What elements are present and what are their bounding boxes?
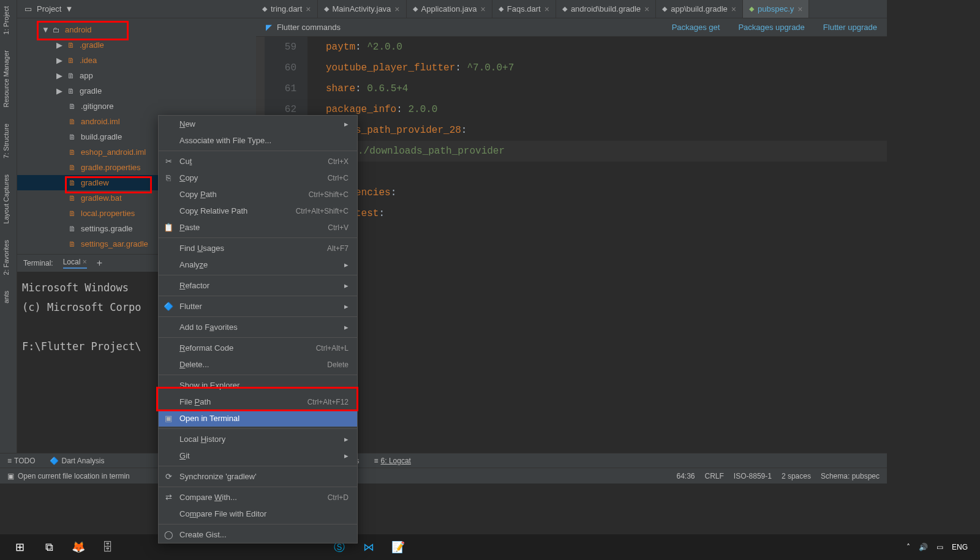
menu-item-icon: 🔷 bbox=[164, 302, 173, 311]
close-icon[interactable]: × bbox=[545, 4, 549, 14]
tool-variants[interactable]: ants bbox=[0, 285, 12, 310]
close-icon[interactable]: × bbox=[644, 4, 649, 14]
menu-item[interactable]: Compare File with Editor bbox=[159, 506, 357, 522]
tray-lang[interactable]: ENG bbox=[952, 543, 968, 551]
menu-item-label: Delete... bbox=[179, 360, 209, 369]
tab-label: MainActivity.java bbox=[333, 4, 391, 13]
tab-label: android\build.gradle bbox=[571, 4, 641, 13]
menu-separator bbox=[159, 487, 357, 487]
menu-item[interactable]: Find UsagesAlt+F7 bbox=[159, 240, 357, 256]
menu-item[interactable]: 🔷Flutter▸ bbox=[159, 298, 357, 315]
project-icon: ▭ bbox=[23, 4, 33, 14]
editor-tab[interactable]: ◆app\build.gradle× bbox=[656, 0, 743, 18]
menu-item-label: Synchronize 'gradlew' bbox=[179, 472, 257, 481]
editor-tab[interactable]: ◆Faqs.dart× bbox=[492, 0, 556, 18]
tree-item[interactable]: ▶🗎gradle bbox=[17, 83, 256, 99]
menu-item[interactable]: Refactor▸ bbox=[159, 277, 357, 294]
terminal-icon: ▣ bbox=[7, 472, 14, 480]
tray-volume-icon[interactable]: 🔊 bbox=[919, 543, 928, 551]
menu-item[interactable]: ◯Create Gist... bbox=[159, 526, 357, 543]
tree-folder-android[interactable]: ▼ 🗀 android bbox=[17, 22, 256, 37]
tree-item[interactable]: 🗎.gitignore bbox=[17, 99, 256, 114]
terminal-tab-local[interactable]: Local × bbox=[63, 258, 87, 269]
tool-todo[interactable]: ≡ TODO bbox=[7, 457, 35, 465]
link-flutter-upgrade[interactable]: Flutter upgrade bbox=[823, 23, 877, 32]
tray-chevron[interactable]: ˄ bbox=[907, 543, 910, 551]
flutter-icon: ◤ bbox=[266, 23, 272, 32]
close-icon[interactable]: × bbox=[731, 4, 736, 14]
start-button[interactable]: ⊞ bbox=[5, 534, 34, 560]
link-packages-get[interactable]: Packages get bbox=[672, 23, 720, 32]
tree-label: android bbox=[65, 25, 91, 34]
tool-project[interactable]: 1: Project bbox=[0, 0, 12, 40]
tool-resource-manager[interactable]: Resource Manager bbox=[0, 44, 12, 114]
menu-item-icon: ✂ bbox=[164, 157, 173, 166]
link-packages-upgrade[interactable]: Packages upgrade bbox=[738, 23, 804, 32]
firefox-icon[interactable]: 🦊 bbox=[64, 534, 93, 560]
chevron-right-icon: ▶ bbox=[56, 40, 62, 50]
menu-item[interactable]: Copy PathCtrl+Shift+C bbox=[159, 186, 357, 203]
menu-item-icon: ▣ bbox=[164, 414, 173, 423]
menu-item[interactable]: Add to Favorites▸ bbox=[159, 319, 357, 335]
menu-shortcut: Alt+F7 bbox=[327, 244, 349, 253]
menu-item-label: Paste bbox=[179, 223, 200, 232]
menu-item-icon: ⇄ bbox=[164, 493, 173, 502]
vscode-icon[interactable]: ⋈ bbox=[354, 534, 383, 560]
menu-item[interactable]: New▸ bbox=[159, 116, 357, 132]
status-schema[interactable]: Schema: pubspec bbox=[821, 472, 880, 480]
close-icon[interactable]: × bbox=[306, 4, 311, 14]
menu-item[interactable]: ⎘CopyCtrl+C bbox=[159, 170, 357, 186]
tree-item[interactable]: ▶🗎app bbox=[17, 68, 256, 83]
chevron-down-icon[interactable]: ▼ bbox=[65, 4, 73, 13]
status-cursor-pos[interactable]: 64:36 bbox=[676, 472, 695, 480]
close-icon[interactable]: × bbox=[394, 4, 399, 14]
menu-item-label: Copy Path bbox=[179, 190, 217, 199]
menu-item[interactable]: Local History▸ bbox=[159, 431, 357, 447]
status-indent[interactable]: 2 spaces bbox=[782, 472, 811, 480]
menu-item[interactable]: Delete...Delete bbox=[159, 356, 357, 373]
project-label[interactable]: Project bbox=[37, 4, 61, 13]
menu-item[interactable]: Analyze▸ bbox=[159, 256, 357, 273]
editor-tab[interactable]: ◆MainActivity.java× bbox=[318, 0, 407, 18]
menu-item[interactable]: Git▸ bbox=[159, 447, 357, 464]
close-icon[interactable]: × bbox=[797, 4, 802, 14]
menu-item[interactable]: Copy Relative PathCtrl+Alt+Shift+C bbox=[159, 203, 357, 219]
database-icon[interactable]: 🗄 bbox=[93, 534, 123, 560]
menu-item[interactable]: File PathCtrl+Alt+F12 bbox=[159, 394, 357, 410]
tool-dart-analysis[interactable]: 🔷 Dart Analysis bbox=[50, 457, 104, 465]
tool-favorites[interactable]: 2: Favorites bbox=[0, 234, 12, 281]
menu-item[interactable]: ✂CutCtrl+X bbox=[159, 153, 357, 170]
file-icon: 🗎 bbox=[67, 163, 77, 173]
notepad-icon[interactable]: 📝 bbox=[383, 534, 413, 560]
tool-layout-captures[interactable]: Layout Captures bbox=[0, 168, 12, 230]
close-icon[interactable]: × bbox=[481, 4, 486, 14]
tool-structure[interactable]: 7: Structure bbox=[0, 118, 12, 165]
tray-network-icon[interactable]: ▭ bbox=[937, 543, 943, 551]
add-terminal-button[interactable]: + bbox=[97, 258, 102, 269]
menu-item[interactable]: Show in Explorer bbox=[159, 377, 357, 394]
menu-item[interactable]: 📋PasteCtrl+V bbox=[159, 219, 357, 236]
tree-label: gradle.properties bbox=[81, 163, 141, 172]
editor-tab[interactable]: ◆pubspec.y× bbox=[743, 0, 809, 18]
task-view[interactable]: ⧉ bbox=[34, 534, 64, 560]
menu-item-label: Open in Terminal bbox=[179, 414, 239, 423]
menu-item[interactable]: ⇄Compare With...Ctrl+D bbox=[159, 489, 357, 506]
menu-item[interactable]: Reformat CodeCtrl+Alt+L bbox=[159, 340, 357, 356]
chevron-right-icon: ▶ bbox=[56, 86, 62, 95]
editor-tab[interactable]: ◆android\build.gradle× bbox=[556, 0, 656, 18]
tree-item[interactable]: ▶🗎.gradle bbox=[17, 37, 256, 53]
menu-item[interactable]: ⟳Synchronize 'gradlew' bbox=[159, 468, 357, 485]
tree-label: android.iml bbox=[81, 117, 120, 126]
menu-shortcut: Ctrl+C bbox=[328, 174, 349, 182]
tab-label: tring.dart bbox=[271, 4, 302, 13]
menu-item-label: Show in Explorer bbox=[179, 381, 239, 390]
status-encoding[interactable]: ISO-8859-1 bbox=[734, 472, 772, 480]
status-line-sep[interactable]: CRLF bbox=[705, 472, 724, 480]
tree-item[interactable]: ▶🗎.idea bbox=[17, 53, 256, 68]
menu-item[interactable]: ▣Open in Terminal bbox=[159, 410, 357, 427]
tool-logcat[interactable]: ≡ 6: Logcat bbox=[374, 457, 411, 465]
editor-tab[interactable]: ◆Application.java× bbox=[407, 0, 492, 18]
editor-tab[interactable]: ◆tring.dart× bbox=[256, 0, 318, 18]
flutter-commands-label: Flutter commands bbox=[277, 23, 341, 32]
menu-item[interactable]: Associate with File Type... bbox=[159, 132, 357, 149]
